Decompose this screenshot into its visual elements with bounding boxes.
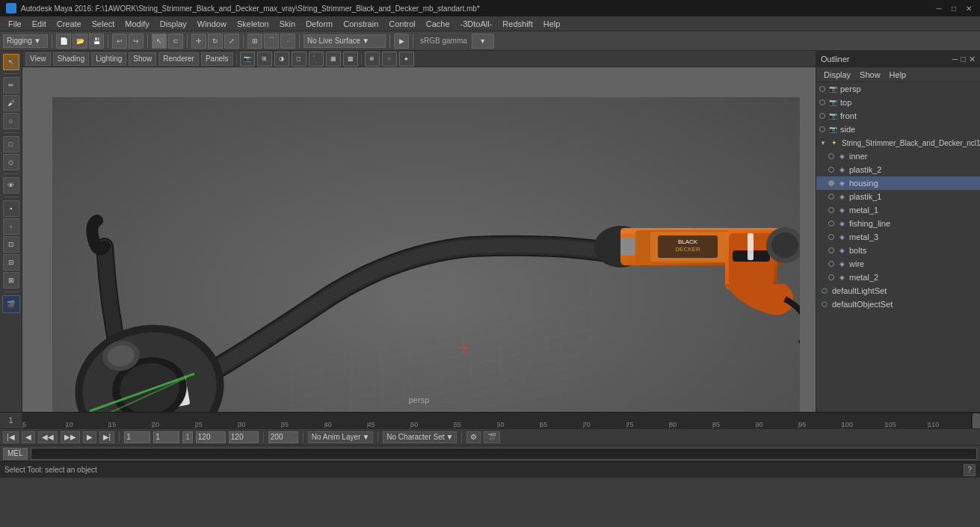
go-to-start-button[interactable]: |◀ — [3, 431, 19, 443]
renderer-menu[interactable]: Renderer — [158, 52, 199, 66]
menu-skeleton[interactable]: Skeleton — [232, 16, 274, 31]
outliner-item-default-light-set[interactable]: ⬡ defaultLightSet — [816, 284, 980, 298]
outliner-minimize[interactable]: ─ — [952, 55, 958, 64]
brush-button[interactable]: 🖌 — [3, 95, 19, 111]
undo-button[interactable]: ↩ — [112, 34, 127, 49]
outliner-maximize[interactable]: □ — [961, 55, 966, 64]
play-back-button[interactable]: ◀◀ — [38, 431, 58, 443]
outliner-item-housing[interactable]: ◈ housing — [816, 176, 980, 190]
outliner-item-bolts[interactable]: ◈ bolts — [816, 244, 980, 257]
outliner-close[interactable]: ✕ — [969, 55, 976, 64]
outliner-item-plastik2[interactable]: ◈ plastik_2 — [816, 163, 980, 176]
save-scene-button[interactable]: 💾 — [89, 34, 104, 49]
translate-tool-button[interactable]: ✛ — [191, 34, 206, 49]
visibility-dot[interactable] — [828, 153, 834, 159]
mel-tag[interactable]: MEL — [3, 448, 28, 460]
timeline-ruler[interactable]: 5101520253035404550556065707580859095100… — [22, 413, 971, 428]
outliner-menu-display[interactable]: Display — [819, 67, 855, 81]
select-tool-button[interactable]: ↖ — [152, 34, 167, 49]
vp-wire-button[interactable]: ◻ — [292, 52, 306, 67]
lasso-tool-button[interactable]: ⊂ — [168, 34, 183, 49]
outliner-menu-help[interactable]: Help — [885, 67, 911, 81]
new-scene-button[interactable]: 📄 — [56, 34, 71, 49]
snap-point-button[interactable]: · — [280, 34, 295, 49]
scale-tool-button[interactable]: ⤢ — [224, 34, 239, 49]
visibility-dot[interactable] — [819, 86, 825, 92]
restore-button[interactable]: □ — [949, 3, 959, 13]
menu-control[interactable]: Control — [383, 16, 420, 31]
play-forward-button[interactable]: ▶▶ — [61, 431, 80, 443]
snap-button[interactable]: ◇ — [3, 154, 19, 170]
end-frame-input[interactable] — [196, 431, 226, 443]
param2-button[interactable]: ▫ — [3, 218, 19, 235]
outliner-item-default-object-set[interactable]: ⬡ defaultObjectSet — [816, 298, 980, 311]
menu-help[interactable]: Help — [538, 16, 566, 31]
visibility-dot[interactable] — [828, 221, 834, 226]
visibility-dot[interactable] — [828, 261, 834, 267]
render-view-button[interactable]: 🎬 — [2, 295, 20, 313]
menu-3dtoall[interactable]: -3DtoAll- — [455, 16, 498, 31]
viewport[interactable]: View Shading Lighting Show Renderer Pane… — [22, 51, 816, 412]
total-frames-input[interactable] — [268, 431, 298, 443]
go-to-end-button[interactable]: ▶| — [99, 431, 115, 443]
outliner-item-metal2[interactable]: ◈ metal_2 — [816, 271, 980, 284]
timeline-scroll[interactable] — [971, 413, 980, 428]
visibility-dot[interactable] — [819, 99, 825, 105]
vp-shade-button[interactable]: ◑ — [274, 52, 289, 67]
outliner-item-wire[interactable]: ◈ wire — [816, 257, 980, 271]
outliner-item-side[interactable]: 📷 side — [816, 123, 980, 136]
outliner-item-persp[interactable]: 📷 persp — [816, 82, 980, 96]
paint-button[interactable]: ✏ — [3, 77, 19, 93]
no-live-surface-dropdown[interactable]: No Live Surface ▼ — [303, 34, 386, 48]
vp-grid-button[interactable]: ⊞ — [257, 52, 272, 67]
timeline[interactable]: 1 51015202530354045505560657075808590951… — [0, 412, 980, 428]
menu-constrain[interactable]: Constrain — [338, 16, 383, 31]
snap-grid-button[interactable]: ⊞ — [247, 34, 262, 49]
settings-button[interactable]: ⚙ — [466, 431, 481, 443]
outliner-item-metal3[interactable]: ◈ metal_3 — [816, 230, 980, 244]
vp-mode2-button[interactable]: ▦ — [326, 52, 341, 67]
start-frame-input[interactable] — [153, 431, 179, 443]
rigging-dropdown[interactable]: Rigging ▼ — [3, 34, 48, 48]
menu-select[interactable]: Select — [87, 16, 120, 31]
view-menu[interactable]: View — [25, 52, 51, 66]
show-hide-button[interactable]: 👁 — [3, 177, 19, 194]
vp-mode4-button[interactable]: ⊕ — [365, 52, 380, 67]
minimize-button[interactable]: ─ — [934, 3, 944, 13]
current-frame-input[interactable] — [124, 431, 150, 443]
component-button[interactable]: □ — [3, 136, 19, 152]
show-menu[interactable]: Show — [129, 52, 156, 66]
visibility-dot[interactable] — [819, 113, 825, 119]
outliner-item-top[interactable]: 📷 top — [816, 96, 980, 109]
char-set-dropdown[interactable]: No Character Set ▼ — [383, 431, 457, 443]
visibility-dot[interactable] — [828, 234, 834, 240]
redo-button[interactable]: ↪ — [129, 34, 144, 49]
prev-frame-button[interactable]: ◀ — [22, 431, 35, 443]
sculpt-button[interactable]: ○ — [3, 113, 19, 129]
visibility-dot[interactable] — [819, 126, 825, 132]
playback-end-input[interactable] — [229, 431, 259, 443]
open-scene-button[interactable]: 📂 — [73, 34, 87, 49]
vp-mode3-button[interactable]: ▩ — [343, 52, 358, 67]
visibility-dot[interactable] — [828, 274, 834, 280]
menu-redshift[interactable]: Redshift — [497, 16, 537, 31]
render-button[interactable]: ▶ — [394, 34, 409, 49]
outliner-item-main-group[interactable]: ▼ ✦ String_Strimmer_Black_and_Decker_ncl… — [816, 136, 980, 150]
param3-button[interactable]: ⊡ — [3, 236, 19, 253]
visibility-dot[interactable] — [828, 167, 834, 173]
vp-mode6-button[interactable]: ● — [399, 52, 414, 67]
key-indicator[interactable]: 1 — [182, 431, 193, 443]
outliner-item-metal1[interactable]: ◈ metal_1 — [816, 203, 980, 217]
param4-button[interactable]: ⊟ — [3, 254, 19, 271]
shading-menu[interactable]: Shading — [53, 52, 90, 66]
param5-button[interactable]: ⊠ — [3, 272, 19, 289]
rotate-tool-button[interactable]: ↻ — [208, 34, 223, 49]
outliner-item-fishing-line[interactable]: ◈ fishing_line — [816, 217, 980, 230]
lighting-menu[interactable]: Lighting — [91, 52, 126, 66]
menu-edit[interactable]: Edit — [27, 16, 52, 31]
snap-curve-button[interactable]: ⌒ — [264, 34, 279, 49]
menu-cache[interactable]: Cache — [421, 16, 455, 31]
anim-settings-button[interactable]: 🎬 — [484, 431, 500, 443]
menu-display[interactable]: Display — [155, 16, 192, 31]
menu-skin[interactable]: Skin — [274, 16, 301, 31]
